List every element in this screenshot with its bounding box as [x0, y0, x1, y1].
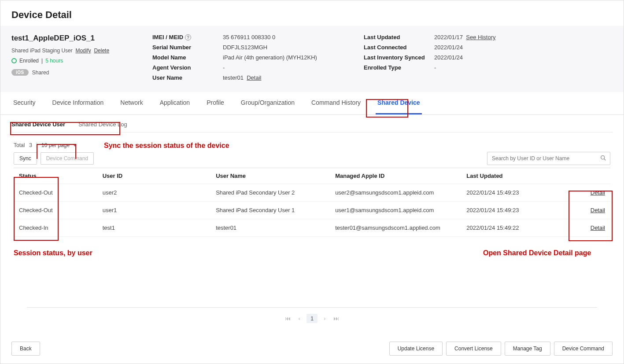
cell-user-name: tester01 — [210, 219, 330, 237]
svg-point-0 — [601, 156, 605, 159]
enrolled-text: Enrolled — [19, 58, 39, 64]
cell-user-id: user2 — [97, 184, 210, 202]
col-user-name[interactable]: User Name — [210, 168, 330, 184]
annotation-status-label: Session status, by user — [14, 249, 92, 257]
sub-tabs: Shared Device User Shared Device Log — [11, 115, 613, 132]
cell-maid: tester01@samsungsdscom1.applied.com — [330, 219, 461, 237]
help-icon[interactable]: ? — [185, 34, 191, 40]
cell-status: Checked-Out — [14, 184, 97, 202]
table-row: Checked-Out user1 Shared iPad Secondary … — [14, 202, 610, 219]
total-count: 3 — [29, 142, 32, 148]
page-prev-icon[interactable]: ‹ — [297, 314, 302, 323]
device-subrole-line: Shared iPad Staging User Modify Delete — [11, 48, 126, 54]
col-last-updated[interactable]: Last Updated — [461, 168, 569, 184]
per-page-select[interactable]: 10 per page — [37, 142, 77, 148]
shared-text: Shared — [32, 70, 49, 76]
page-first-icon[interactable]: ⏮ — [283, 314, 292, 323]
annotation-sync-label: Sync the session status of the device — [104, 142, 229, 150]
device-name: test1_AppleDEP_iOS_1 — [11, 34, 126, 43]
enroll-status-row: Enrolled | 5 hours — [11, 58, 126, 64]
update-license-button[interactable]: Update License — [389, 342, 443, 356]
username-value: tester01 Detail — [223, 74, 337, 81]
users-table: Status User ID User Name Managed Apple I… — [14, 168, 610, 237]
chevron-down-icon — [73, 144, 77, 147]
cell-status: Checked-In — [14, 219, 97, 237]
tab-network[interactable]: Network — [118, 92, 144, 114]
tab-command-history[interactable]: Command History — [310, 92, 362, 114]
subtab-shared-device-log[interactable]: Shared Device Log — [78, 121, 127, 128]
device-command-button[interactable]: Device Command — [41, 152, 94, 165]
manage-tag-button[interactable]: Manage Tag — [505, 342, 550, 356]
user-detail-link[interactable]: Detail — [247, 74, 261, 81]
page-last-icon[interactable]: ⏭ — [332, 314, 341, 323]
annotation-detail-label: Open Shared Device Detail page — [483, 249, 591, 257]
table-row: Checked-In test1 tester01 tester01@samsu… — [14, 219, 610, 237]
cell-status: Checked-Out — [14, 202, 97, 219]
delete-link[interactable]: Delete — [94, 48, 109, 54]
row-detail-link[interactable]: Detail — [591, 224, 605, 231]
last-connected-label: Last Connected — [364, 44, 425, 51]
kv-grid-2: Last Updated 2022/01/17 See History Last… — [364, 34, 549, 71]
cell-last-updated: 2022/01/24 15:49:23 — [461, 202, 569, 219]
device-subrole: Shared iPad Staging User — [11, 48, 73, 54]
last-inventory-value: 2022/01/24 — [434, 54, 549, 61]
status-circle-icon — [11, 58, 17, 63]
cell-user-id: user1 — [97, 202, 210, 219]
cell-last-updated: 2022/01/24 15:49:23 — [461, 184, 569, 202]
row-detail-link[interactable]: Detail — [591, 207, 605, 213]
tab-shared-device[interactable]: Shared Device — [376, 92, 422, 114]
page-next-icon[interactable]: › — [322, 314, 327, 323]
tab-security[interactable]: Security — [11, 92, 37, 114]
cell-maid: user2@samsungsdscom1.appleid.com — [330, 184, 461, 202]
search-input[interactable] — [487, 152, 610, 165]
imei-value: 35 676911 008330 0 — [223, 34, 337, 40]
last-updated-value: 2022/01/17 See History — [434, 34, 549, 40]
username-label: User Name — [152, 74, 214, 81]
total-label: Total — [14, 142, 25, 148]
pagination: ⏮ ‹ 1 › ⏭ — [14, 314, 610, 323]
footer-device-command-button[interactable]: Device Command — [554, 342, 613, 356]
agent-label: Agent Version — [152, 64, 214, 71]
col-status[interactable]: Status — [14, 168, 97, 184]
back-button[interactable]: Back — [11, 342, 40, 356]
cell-user-name: Shared iPad Secondary User 1 — [210, 202, 330, 219]
per-page-label: 10 per page — [41, 142, 70, 148]
kv-grid-1: IMEI / MEID? 35 676911 008330 0 Serial N… — [152, 34, 337, 81]
search-icon — [600, 154, 607, 162]
tab-group-organization[interactable]: Group/Organization — [239, 92, 296, 114]
footer: Back Update License Convert License Mana… — [0, 342, 624, 356]
serial-label: Serial Number — [152, 44, 214, 51]
table-row: Checked-Out user2 Shared iPad Secondary … — [14, 184, 610, 202]
see-history-link[interactable]: See History — [466, 34, 495, 40]
tab-application[interactable]: Application — [158, 92, 192, 114]
pipe: | — [41, 58, 43, 64]
tab-device-information[interactable]: Device Information — [51, 92, 106, 114]
header-panel: test1_AppleDEP_iOS_1 Shared iPad Staging… — [0, 26, 624, 92]
convert-license-button[interactable]: Convert License — [446, 342, 501, 356]
row-detail-link[interactable]: Detail — [591, 189, 605, 196]
total-row: Total 3 10 per page — [14, 142, 610, 148]
enrolled-type-value: - — [434, 64, 549, 71]
cell-user-id: test1 — [97, 219, 210, 237]
tab-profile[interactable]: Profile — [205, 92, 226, 114]
enrolled-type-label: Enrolled Type — [364, 64, 425, 71]
divider — [27, 307, 597, 308]
sync-button[interactable]: Sync — [14, 152, 37, 165]
table-header-row: Status User ID User Name Managed Apple I… — [14, 168, 610, 184]
modify-link[interactable]: Modify — [75, 48, 91, 54]
svg-line-1 — [604, 159, 606, 161]
cell-last-updated: 2022/01/24 15:49:22 — [461, 219, 569, 237]
col-user-id[interactable]: User ID — [97, 168, 210, 184]
last-inventory-label: Last Inventory Synced — [364, 54, 425, 61]
badge-row: iOS Shared — [11, 69, 126, 76]
imei-label: IMEI / MEID? — [152, 34, 214, 40]
page-number[interactable]: 1 — [306, 314, 318, 323]
subtab-shared-device-user[interactable]: Shared Device User — [11, 121, 65, 128]
col-managed-apple-id[interactable]: Managed Apple ID — [330, 168, 461, 184]
last-connected-value: 2022/01/24 — [434, 44, 549, 51]
ios-badge: iOS — [11, 69, 29, 76]
cell-maid: user1@samsungsdscom1.appleid.com — [330, 202, 461, 219]
model-label: Model Name — [152, 54, 214, 61]
serial-value: DDFJLS123MGH — [223, 44, 337, 51]
agent-value: - — [223, 64, 337, 71]
